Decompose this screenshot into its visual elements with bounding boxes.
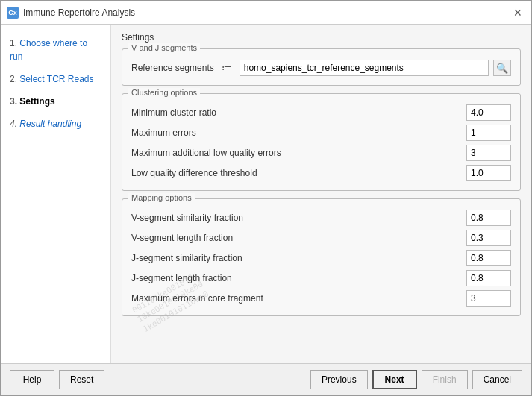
vsim-input[interactable] — [466, 210, 511, 226]
next-button[interactable]: Next — [372, 370, 417, 389]
clustering-content: Minimum cluster ratio Maximum errors Max… — [131, 104, 511, 181]
cluster-ratio-input[interactable] — [466, 104, 511, 121]
max-errors-input[interactable] — [466, 125, 511, 141]
section-title: Settings — [122, 32, 521, 43]
max-lq-errors-input[interactable] — [466, 145, 511, 161]
lq-threshold-label: Low quality difference threshold — [131, 168, 459, 178]
sidebar: 1. Choose where to run 2. Select TCR Rea… — [1, 25, 111, 363]
window-title: Immune Repertoire Analysis — [23, 7, 135, 18]
sidebar-item-result-handling[interactable]: 4. Result handling — [1, 113, 110, 135]
previous-button[interactable]: Previous — [310, 370, 368, 389]
search-icon: 🔍 — [496, 63, 508, 74]
title-bar-left: Cx Immune Repertoire Analysis — [7, 7, 135, 19]
vsim-label: V-segment similarity fraction — [131, 213, 459, 223]
finish-button[interactable]: Finish — [422, 370, 468, 389]
mapping-content: V-segment similarity fraction V-segment … — [131, 210, 511, 307]
clustering-group: Clustering options Minimum cluster ratio… — [122, 93, 521, 191]
footer: Help Reset Previous Next Finish Cancel — [1, 363, 531, 395]
sidebar-item-choose-where[interactable]: 1. Choose where to run — [1, 32, 110, 68]
title-bar: Cx Immune Repertoire Analysis ✕ — [1, 1, 531, 25]
clustering-title: Clustering options — [128, 88, 200, 97]
jlen-input[interactable] — [466, 270, 511, 286]
vlen-input[interactable] — [466, 230, 511, 246]
core-errors-label: Maximum errors in core fragment — [131, 293, 459, 304]
jsim-input[interactable] — [466, 250, 511, 266]
jlen-label: J-segment length fraction — [131, 273, 459, 283]
vlen-label: V-segment length fraction — [131, 233, 459, 243]
clustering-grid: Minimum cluster ratio Maximum errors Max… — [131, 104, 511, 181]
sidebar-item-select-tcr[interactable]: 2. Select TCR Reads — [1, 68, 110, 90]
main-content: 1. Choose where to run 2. Select TCR Rea… — [1, 25, 531, 363]
cancel-button[interactable]: Cancel — [472, 370, 522, 389]
jsim-label: J-segment similarity fraction — [131, 253, 459, 263]
main-window: Cx Immune Repertoire Analysis ✕ 1. Choos… — [0, 0, 532, 396]
footer-left: Help Reset — [10, 370, 104, 389]
sidebar-item-settings[interactable]: 3. Settings — [1, 90, 110, 113]
content-area: Settings V and J segments Reference segm… — [111, 25, 531, 363]
vj-segments-group: V and J segments Reference segments ≔ 🔍 — [122, 48, 521, 86]
reset-button[interactable]: Reset — [59, 370, 104, 389]
footer-right: Previous Next Finish Cancel — [310, 370, 522, 389]
cluster-ratio-label: Minimum cluster ratio — [131, 107, 459, 118]
mapping-title: Mapping options — [128, 193, 195, 202]
max-lq-errors-label: Maximum additional low quality errors — [131, 148, 459, 158]
mapping-group: Mapping options V-segment similarity fra… — [122, 198, 521, 316]
browse-button[interactable]: 🔍 — [493, 60, 511, 76]
app-icon: Cx — [7, 7, 19, 19]
mapping-grid: V-segment similarity fraction V-segment … — [131, 210, 511, 307]
core-errors-input[interactable] — [466, 290, 511, 307]
reference-input[interactable] — [240, 60, 489, 76]
help-button[interactable]: Help — [10, 370, 54, 389]
close-button[interactable]: ✕ — [510, 5, 525, 20]
reference-row: Reference segments ≔ 🔍 — [131, 60, 511, 76]
lq-threshold-input[interactable] — [466, 165, 511, 181]
reference-list-icon: ≔ — [222, 62, 232, 74]
vj-segments-title: V and J segments — [128, 43, 200, 52]
vj-segments-content: Reference segments ≔ 🔍 — [131, 60, 511, 76]
reference-label: Reference segments — [131, 63, 214, 73]
max-errors-label: Maximum errors — [131, 128, 459, 138]
